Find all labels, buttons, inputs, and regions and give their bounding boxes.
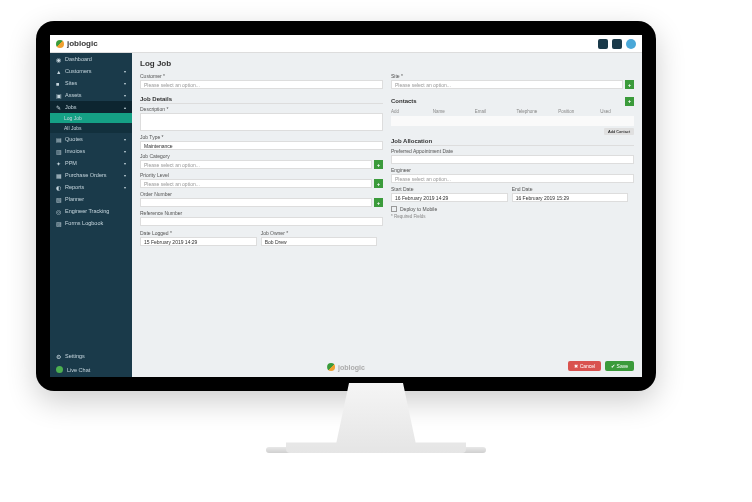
sidebar-sub-all-jobs[interactable]: All Jobs <box>50 123 132 133</box>
ppm-icon: ✦ <box>56 161 61 166</box>
col-email: Email <box>475 109 509 114</box>
priority-select[interactable]: Please select an option... <box>140 179 372 188</box>
main-content: Log Job Customer * Please select an opti… <box>132 53 642 377</box>
job-owner-select[interactable]: Bob Drew <box>261 237 378 246</box>
select-value: Bob Drew <box>265 239 287 245</box>
reference-label: Reference Number <box>140 210 383 216</box>
sidebar-item-planner[interactable]: ▧Planner <box>50 193 132 205</box>
date-value: 16 February 2019 15:29 <box>516 195 569 201</box>
topbar: joblogic <box>50 35 642 53</box>
topbar-right <box>598 39 636 49</box>
select-value: Maintenance <box>144 143 173 149</box>
order-number-input[interactable] <box>140 198 372 207</box>
site-label: Site * <box>391 73 634 79</box>
job-type-select[interactable]: Maintenance <box>140 141 383 150</box>
deploy-checkbox[interactable] <box>391 206 397 212</box>
reference-input[interactable] <box>140 217 383 226</box>
end-date-input[interactable]: 16 February 2019 15:29 <box>512 193 629 202</box>
sidebar-item-engineer-tracking[interactable]: ◎Engineer Tracking <box>50 205 132 217</box>
sidebar-item-label: Reports <box>65 184 84 190</box>
start-date-label: Start Date <box>391 186 508 192</box>
chevron-down-icon: ▾ <box>124 173 126 178</box>
add-priority-button[interactable]: + <box>374 179 383 188</box>
date-value: 15 February 2019 14:29 <box>144 239 197 245</box>
job-details-title: Job Details <box>140 96 383 104</box>
sidebar-item-ppm[interactable]: ✦PPM▾ <box>50 157 132 169</box>
col-name: Name <box>433 109 467 114</box>
save-label: Save <box>617 363 628 369</box>
sidebar-item-settings[interactable]: ⚙Settings <box>50 350 132 362</box>
date-value: 16 February 2019 14:29 <box>395 195 448 201</box>
sidebar-item-jobs[interactable]: ✎Jobs▴ <box>50 101 132 113</box>
cart-icon: ▦ <box>56 173 61 178</box>
order-number-label: Order Number <box>140 191 383 197</box>
job-type-label: Job Type * <box>140 134 383 140</box>
logo-icon <box>327 363 335 371</box>
sidebar-item-label: Planner <box>65 196 84 202</box>
sidebar-item-label: Engineer Tracking <box>65 208 109 214</box>
quotes-icon: ▤ <box>56 137 61 142</box>
sidebar-item-invoices[interactable]: ▥Invoices▾ <box>50 145 132 157</box>
cancel-label: Cancel <box>580 363 596 369</box>
save-button[interactable]: ✔ Save <box>605 361 634 371</box>
placeholder-text: Please select an option... <box>144 181 200 187</box>
sidebar-item-reports[interactable]: ◐Reports▾ <box>50 181 132 193</box>
job-category-select[interactable]: Please select an option... <box>140 160 372 169</box>
site-select[interactable]: Please select an option... <box>391 80 623 89</box>
sidebar-sub-log-job[interactable]: Log Job <box>50 113 132 123</box>
sidebar-item-label: Purchase Orders <box>65 172 107 178</box>
sidebar-live-chat[interactable]: Live Chat <box>50 362 132 377</box>
sidebar-item-label: PPM <box>65 160 77 166</box>
cancel-button[interactable]: ✖ Cancel <box>568 361 601 371</box>
allocation-title: Job Allocation <box>391 138 634 146</box>
preferred-date-label: Preferred Appointment Date <box>391 148 634 154</box>
contacts-header: Add Name Email Telephone Position Used <box>391 107 634 116</box>
chevron-down-icon: ▾ <box>124 149 126 154</box>
sidebar-item-label: Sites <box>65 80 77 86</box>
tracking-icon: ◎ <box>56 209 61 214</box>
placeholder-text: Please select an option... <box>395 82 451 88</box>
messages-icon[interactable] <box>612 39 622 49</box>
end-date-label: End Date <box>512 186 629 192</box>
sidebar-item-sites[interactable]: ■Sites▾ <box>50 77 132 89</box>
start-date-input[interactable]: 16 February 2019 14:29 <box>391 193 508 202</box>
date-logged-input[interactable]: 15 February 2019 14:29 <box>140 237 257 246</box>
col-used: Used <box>600 109 634 114</box>
invoices-icon: ▥ <box>56 149 61 154</box>
avatar[interactable] <box>626 39 636 49</box>
add-category-button[interactable]: + <box>374 160 383 169</box>
add-contact-plus-button[interactable]: + <box>625 97 634 106</box>
sidebar-sub-label: All Jobs <box>64 125 82 131</box>
sidebar-item-label: Assets <box>65 92 82 98</box>
add-order-button[interactable]: + <box>374 198 383 207</box>
notification-icon[interactable] <box>598 39 608 49</box>
sidebar-item-quotes[interactable]: ▤Quotes▾ <box>50 133 132 145</box>
sidebar-item-forms-logbook[interactable]: ▨Forms Logbook <box>50 217 132 229</box>
sidebar-item-label: Forms Logbook <box>65 220 103 226</box>
engineer-select[interactable]: Please select an option... <box>391 174 634 183</box>
contacts-title: Contacts <box>391 98 625 105</box>
customer-select[interactable]: Please select an option... <box>140 80 383 89</box>
chevron-down-icon: ▾ <box>124 185 126 190</box>
chevron-down-icon: ▾ <box>124 93 126 98</box>
sidebar-item-customers[interactable]: ▲Customers▾ <box>50 65 132 77</box>
jobs-icon: ✎ <box>56 105 61 110</box>
logo-icon <box>56 40 64 48</box>
deploy-label: Deploy to Mobile <box>400 206 437 212</box>
sidebar: ◉Dashboard ▲Customers▾ ■Sites▾ ▣Assets▾ … <box>50 53 132 377</box>
add-contact-button[interactable]: Add Contact <box>604 128 634 135</box>
add-site-button[interactable]: + <box>625 80 634 89</box>
preferred-date-input[interactable] <box>391 155 634 164</box>
chat-status-icon <box>56 366 63 373</box>
col-add: Add <box>391 109 425 114</box>
sidebar-item-label: Jobs <box>65 104 77 110</box>
sidebar-item-dashboard[interactable]: ◉Dashboard <box>50 53 132 65</box>
description-input[interactable] <box>140 113 383 131</box>
sidebar-item-assets[interactable]: ▣Assets▾ <box>50 89 132 101</box>
customer-label: Customer * <box>140 73 383 79</box>
contacts-body <box>391 116 634 126</box>
sidebar-chat-label: Live Chat <box>67 367 90 373</box>
sidebar-item-label: Dashboard <box>65 56 92 62</box>
sidebar-item-purchase-orders[interactable]: ▦Purchase Orders▾ <box>50 169 132 181</box>
brand-name: joblogic <box>67 39 98 48</box>
